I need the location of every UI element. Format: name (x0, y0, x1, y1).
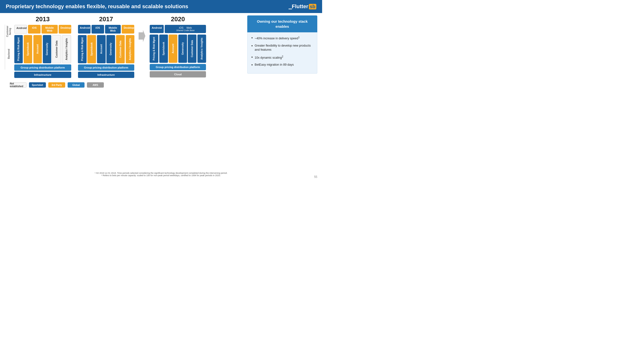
logo-flutter-text: ⎯Flutter (288, 3, 308, 10)
group-pricing-2020: Group pricing distribution platform (150, 64, 206, 70)
account-2017: Account (97, 35, 106, 63)
legend-sportsbet: Sportsbet (29, 82, 46, 88)
svg-marker-0 (138, 30, 145, 42)
customer-data-2020: Customer Data (188, 34, 196, 63)
analytics-2017: Analytics / Insights (126, 35, 134, 63)
year-2020-heading: 2020 (171, 15, 185, 23)
android-2013: Android (14, 25, 27, 33)
side-labels: Customerfacing Backend (5, 15, 11, 69)
customer-data-2013: Customer Data (52, 35, 61, 63)
bullet-text-2: Greater flexibility to develop new produ… (255, 44, 313, 52)
analytics-2013: Analytics / Insights (62, 35, 71, 63)
customer-data-2017: Customer Data (116, 35, 125, 63)
sportsbook-2020: Sportsbook (159, 34, 168, 63)
desktop-2017: Desktop (122, 25, 134, 33)
account-2013: Account (33, 35, 42, 63)
year-2013-col: 2013 Android iOS Mobile Web Desktop Pric… (12, 15, 74, 79)
ios-2017: iOS (92, 25, 104, 33)
legend: Not established Sportsbet 3rd Party Glob… (5, 82, 244, 88)
bullet-dot-1: • (251, 36, 253, 40)
legend-aws: AWS (87, 82, 104, 88)
cloud-2020: Cloud (150, 71, 206, 77)
desktop-2013: Desktop (59, 25, 71, 33)
legend-box-not-established: Not established (10, 82, 26, 88)
backend-label: Backend (5, 38, 11, 69)
ios-web-2020: iOS Web Shared Code Base (165, 25, 206, 33)
legend-box-sportsbet: Sportsbet (29, 82, 46, 88)
infrastructure-2017: Infrastructure (78, 72, 134, 78)
legend-box-3rd-party: 3rd Party (48, 82, 65, 88)
footnote-2: ² Refers to bets per minute capacity: sc… (64, 174, 258, 177)
legend-box-global: Global (68, 82, 84, 88)
logo: ⎯Flutter sb (288, 3, 316, 10)
backend-2017: Pricing & Risk Mgmt Sportsbook Account G… (78, 35, 134, 63)
footnote-1: ¹ H2 2019 vs H1 2018. Time periods selec… (64, 172, 258, 174)
main-diagram: Customerfacing Backend 2013 Android iOS … (5, 15, 244, 79)
bullet-3: • 10x dynamic scaling2 (251, 55, 313, 60)
bullet-dot-2: • (251, 44, 253, 48)
year-2013-heading: 2013 (36, 15, 50, 23)
android-2020: Android (150, 25, 164, 33)
footnotes: ¹ H2 2019 vs H1 2018. Time periods selec… (64, 172, 258, 177)
bullet-dot-3: • (251, 55, 253, 59)
bullet-text-4: BetEasy migration in 89 days (255, 63, 294, 67)
frontend-2013: Android iOS Mobile Web Desktop (14, 25, 71, 33)
backend-2013: Pricing & Risk Mgmt Sportsbook Account G… (14, 35, 71, 63)
customer-facing-label: Customerfacing (5, 25, 11, 38)
generosity-2017: Generosity (106, 35, 115, 63)
page-title: Proprietary technology enables flexible,… (6, 3, 188, 10)
year-2020-col: 2020 Android iOS Web Shared Code Base (147, 15, 208, 78)
pricing-2020: Pricing & Risk Mgmt (150, 34, 158, 63)
bullet-text-1: ~40% increase in delivery speed1 (255, 36, 300, 41)
year-2017-col: 2017 Android iOS Mobile Web Desktop Pric… (76, 15, 137, 79)
frontend-2020: Android iOS Web Shared Code Base (150, 25, 206, 33)
backend-2020: Pricing & Risk Mgmt Sportsbook Account G… (150, 34, 206, 63)
logo-sb-text: sb (309, 4, 316, 9)
legend-global: Global (68, 82, 84, 88)
sportsbook-2017: Sportsbook (88, 35, 96, 63)
year-2017-heading: 2017 (99, 15, 113, 23)
generosity-2020: Generosity (178, 34, 187, 63)
bullet-1: • ~40% increase in delivery speed1 (251, 36, 313, 41)
ios-2020: iOS Web (166, 26, 204, 29)
page-number: 55 (314, 175, 317, 179)
account-2020: Account (169, 34, 178, 63)
ios-2013: iOS (28, 25, 40, 33)
android-2017: Android (78, 25, 90, 33)
infrastructure-2013: Infrastructure (14, 72, 71, 78)
shared-row-top: Android iOS Web Shared Code Base (150, 25, 206, 33)
bullet-text-3: 10x dynamic scaling2 (255, 55, 283, 60)
bullet-2: • Greater flexibility to develop new pro… (251, 44, 313, 52)
main-content: Customerfacing Backend 2013 Android iOS … (0, 13, 322, 88)
analytics-2020: Analytics / Insights (198, 34, 206, 63)
sportsbook-2013: Sportsbook (24, 35, 32, 63)
group-pricing-2013: Group pricing distribution platform (14, 64, 71, 71)
year-columns: 2013 Android iOS Mobile Web Desktop Pric… (12, 15, 208, 79)
bullet-4: • BetEasy migration in 89 days (251, 63, 313, 67)
mobile-web-2013: Mobile Web (42, 25, 58, 33)
legend-3rd-party: 3rd Party (48, 82, 65, 88)
pricing-2013: Pricing & Risk Mgmt (14, 35, 23, 63)
group-pricing-2017: Group pricing distribution platform (78, 64, 134, 71)
right-panel: Owning our technology stack enables • ~4… (247, 15, 317, 88)
header: Proprietary technology enables flexible,… (0, 0, 322, 13)
legend-not-established: Not established (10, 82, 26, 88)
frontend-2017: Android iOS Mobile Web Desktop (78, 25, 134, 33)
generosity-2013: Generosity (43, 35, 51, 63)
diagrams-area: Customerfacing Backend 2013 Android iOS … (5, 15, 244, 88)
right-panel-header: Owning our technology stack enables (247, 15, 317, 32)
right-panel-body: • ~40% increase in delivery speed1 • Gre… (247, 32, 317, 74)
pricing-2017: Pricing & Risk Mgmt (78, 35, 87, 63)
legend-box-aws: AWS (87, 82, 104, 88)
mobile-web-2017: Mobile Web (105, 25, 121, 33)
shared-code-subtitle: Shared Code Base (166, 29, 204, 32)
arrow-2017-2020 (138, 15, 145, 42)
bullet-dot-4: • (251, 63, 253, 67)
